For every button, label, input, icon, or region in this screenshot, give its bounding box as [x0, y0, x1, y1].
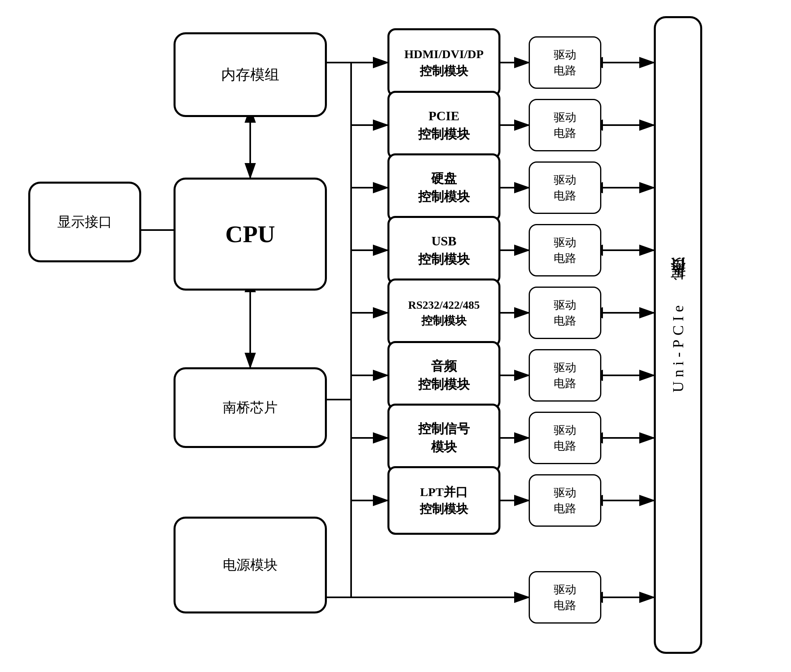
driver5-block: 驱动电路 [529, 287, 601, 339]
driver6-block: 驱动电路 [529, 349, 601, 402]
right-bar-label: Uni-PCIe 扩展接口 [668, 277, 688, 392]
control-signal-block: 控制信号模块 [387, 404, 500, 472]
right-bar: Uni-PCIe 扩展接口 [654, 16, 702, 654]
driver7-block: 驱动电路 [529, 412, 601, 464]
driver8-block: 驱动电路 [529, 474, 601, 527]
lpt-block: LPT并口控制模块 [387, 466, 500, 535]
audio-block: 音频控制模块 [387, 341, 500, 410]
memory-block: 内存模组 [174, 32, 327, 117]
hdmi-block: HDMI/DVI/DP控制模块 [387, 28, 500, 97]
driver2-block: 驱动电路 [529, 99, 601, 151]
rs232-block: RS232/422/485控制模块 [387, 278, 500, 347]
diagram: 内存模组 CPU 显示接口 南桥芯片 电源模块 HDMI/DVI/DP控制模块 … [0, 0, 791, 672]
hdd-block: 硬盘控制模块 [387, 153, 500, 222]
south-bridge-block: 南桥芯片 [174, 367, 327, 448]
driver3-block: 驱动电路 [529, 161, 601, 214]
driver4-block: 驱动电路 [529, 224, 601, 276]
usb-block: USB控制模块 [387, 216, 500, 285]
cpu-block: CPU [174, 178, 327, 291]
driver9-block: 驱动电路 [529, 571, 601, 624]
power-block: 电源模块 [174, 517, 327, 613]
display-block: 显示接口 [28, 182, 141, 262]
pcie-block: PCIE控制模块 [387, 91, 500, 159]
driver1-block: 驱动电路 [529, 36, 601, 89]
